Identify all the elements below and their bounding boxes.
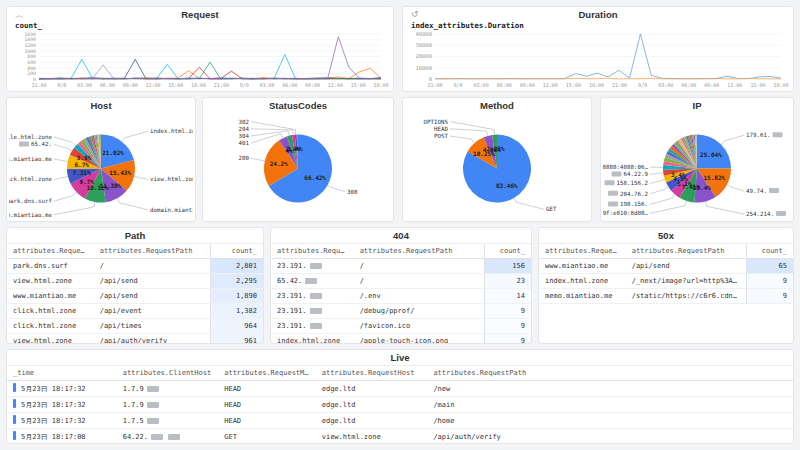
x-tick-label: 21:00 <box>31 82 46 88</box>
table-row[interactable]: park.dns.surf/2,801 <box>7 259 263 274</box>
host-pie-chart[interactable]: index.html.zoneview.html.zonedomain.mian… <box>9 114 193 219</box>
request-path-cell: /_next/image?url=http%3A%2F%2Fimg-image.… <box>626 274 747 289</box>
pie-slice-label: click.html.zone <box>9 176 53 182</box>
label-leader-line <box>121 131 148 142</box>
request-host-cell: www.miantiao.me <box>539 259 626 274</box>
label-leader-line <box>54 201 95 215</box>
request-host-cell: edge.ltd <box>316 381 428 397</box>
count-cell: 961 <box>211 334 263 344</box>
table-row[interactable]: click.html.zone/api/event1,382 <box>7 304 263 319</box>
panel-title-duration: Duration <box>403 7 793 22</box>
label-leader-line <box>450 122 495 136</box>
series-line <box>39 55 381 79</box>
request-path-cell: /new <box>427 381 793 397</box>
pie-percent-label: 15.43% <box>109 169 131 176</box>
redaction-mask <box>168 434 180 440</box>
table-row[interactable]: memo.miantiao.me/static/https://c6r6.cdn… <box>539 289 793 304</box>
live-log-row[interactable]: 5月23日 18:17:321.7.9HEADedge.ltd/main <box>7 397 793 413</box>
ip-pie: 179.61.49.74.254.214.2a01:19f:e810:8d08…… <box>603 114 791 219</box>
table-row[interactable]: 23.191./debug/pprof/9 <box>271 304 531 319</box>
table-row[interactable]: 23.191./156 <box>271 259 531 274</box>
label-leader-line <box>650 167 664 168</box>
table-header-row: attributes.RequestHostattributes.Request… <box>539 244 793 259</box>
request-host-cell: 23.191. <box>271 289 354 304</box>
table-row[interactable]: 65.42./23 <box>271 274 531 289</box>
redaction-mask <box>612 171 622 176</box>
y-tick-label: 600 <box>27 60 36 65</box>
y-tick-label: 30000 <box>415 42 432 48</box>
table-row[interactable]: view.html.zone/api/send2,295 <box>7 274 263 289</box>
table-row[interactable]: click.html.zone/api/times964 <box>7 319 263 334</box>
request-plot: 0200400600800100012001400160021:009/803:… <box>11 31 389 89</box>
x-tick-label: 03:00 <box>77 82 92 88</box>
table-row[interactable]: 23.191./.env14 <box>271 289 531 304</box>
duration-line-chart[interactable]: 01000020000300004000021:009/803:0006:000… <box>407 31 789 89</box>
request-path-cell: /debug/pprof/ <box>354 304 485 319</box>
x-tick-label: 03:00 <box>658 82 673 88</box>
count-cell: 1,890 <box>211 289 263 304</box>
count-cell: 14 <box>485 289 531 304</box>
label-leader-line <box>720 135 744 145</box>
pie-percent-label: 24.2% <box>270 160 288 167</box>
ip-panel: IP 179.61.49.74.254.214.2a01:19f:e810:8d… <box>600 97 794 222</box>
table-row[interactable]: index.html.zone/apple-touch-icon.png9 <box>271 334 531 344</box>
statuscodes-pie-chart[interactable]: 30820040130420430266.42%24.2%4%2.4%1.4% <box>205 114 391 219</box>
ip-pie-chart[interactable]: 179.61.49.74.254.214.2a01:19f:e810:8d08…… <box>603 114 791 219</box>
pie-slice-label: 308 <box>347 189 358 195</box>
label-leader-line <box>327 185 345 192</box>
request-path-cell: / <box>94 259 211 274</box>
method-pie-chart[interactable]: GETPOSTHEADOPTIONS83.46%10.25%4.06%2.23% <box>405 114 589 219</box>
pie-slice-label: POST <box>434 133 448 139</box>
table-row[interactable]: www.miantiao.me/api/send1,890 <box>7 289 263 304</box>
label-leader-line <box>251 122 296 136</box>
count-cell: 9 <box>485 319 531 334</box>
live-log-row[interactable]: 5月23日 18:17:321.7.9HEADedge.ltd/new <box>7 381 793 397</box>
column-header: attributes.RequestPath <box>354 244 485 259</box>
time-cell: 5月23日 18:17:32 <box>7 381 117 397</box>
count-cell: 65 <box>747 259 793 274</box>
y-tick-label: 400 <box>27 66 36 71</box>
request-path-cell: / <box>354 274 485 289</box>
request-path-cell: /static/https://c6r6.cdn-telegram.org/fi… <box>626 289 747 304</box>
table-row[interactable]: index.html.zone/_next/image?url=http%3A%… <box>539 274 793 289</box>
count-cell: 9 <box>747 274 793 289</box>
x-tick-label: 15:00 <box>168 82 183 88</box>
live-log-row[interactable]: 5月23日 18:17:0864.22.GETview.html.zone/ap… <box>7 429 793 444</box>
pie-percent-label: 6.7% <box>74 161 89 168</box>
x-tick-label: 15:00 <box>750 82 765 88</box>
pie-slice-label: file.html.zone <box>9 134 52 140</box>
column-header: attributes.RequestPath <box>427 366 793 381</box>
request-path-cell: /favicon.ico <box>354 319 485 334</box>
column-header: attributes.ClientHost <box>117 366 219 381</box>
label-leader-line <box>54 159 69 162</box>
x-tick-label: 03:00 <box>474 82 489 88</box>
pie-slice-label: GET <box>546 206 557 212</box>
pie-percent-label: 25.04% <box>700 151 722 158</box>
table-header-row: attributes.RequestHostattributes.Request… <box>271 244 531 259</box>
x-tick-label: 18:00 <box>373 82 388 88</box>
table-row[interactable]: 23.191./favicon.ico9 <box>271 319 531 334</box>
host-pie: index.html.zoneview.html.zonedomain.mian… <box>9 114 193 219</box>
y-tick-label: 200 <box>27 71 36 76</box>
pie-slice-label: OPTIONS <box>424 119 449 125</box>
live-log-row[interactable]: 5月23日 18:17:321.7.5HEADedge.ltd/home <box>7 413 793 429</box>
x-tick-label: 12:00 <box>328 82 343 88</box>
pie-percent-label: 3.9% <box>77 154 92 161</box>
panel-title-404: 404 <box>271 228 531 244</box>
label-leader-line <box>54 137 77 146</box>
request-line-chart[interactable]: 0200400600800100012001400160021:009/803:… <box>11 31 389 89</box>
label-leader-line <box>54 144 73 151</box>
panel-title-ip: IP <box>601 98 793 113</box>
x-tick-label: 21:00 <box>612 82 627 88</box>
request-host-cell: view.html.zone <box>316 429 428 444</box>
x-tick-label: 12:00 <box>543 82 558 88</box>
table-row[interactable]: www.miantiao.me/api/send65 <box>539 259 793 274</box>
column-header: attributes.RequestHost <box>271 244 354 259</box>
duration-plot: 01000020000300004000021:009/803:0006:000… <box>407 31 789 89</box>
redaction-mask <box>773 132 783 137</box>
label-leader-line <box>133 176 148 179</box>
table-row[interactable]: view.html.zone/api/auth/verify961 <box>7 334 263 344</box>
redaction-mask <box>310 263 322 269</box>
live-panel: Live _timeattributes.ClientHostattribute… <box>6 349 794 444</box>
client-host-cell: 64.22. <box>117 429 219 444</box>
